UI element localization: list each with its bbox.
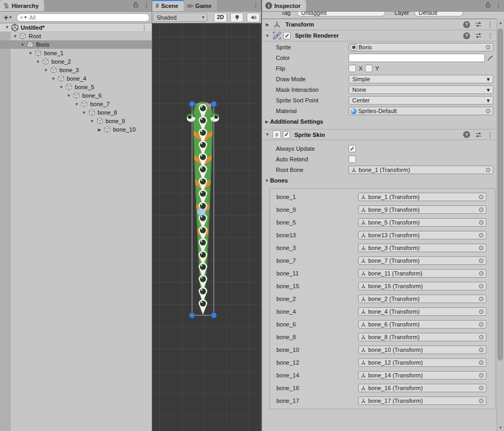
object-picker-icon[interactable]: ⊙	[477, 245, 485, 251]
help-icon[interactable]: ?	[463, 131, 470, 138]
hierarchy-row[interactable]: ▼ Root	[0, 32, 152, 40]
object-picker-icon[interactable]: ⊙	[477, 398, 485, 404]
component-menu-icon[interactable]: ⋮	[487, 132, 493, 138]
object-picker-icon[interactable]: ⊙	[477, 270, 485, 277]
root-bone-object-field[interactable]: bone_1 (Transform) ⊙	[349, 166, 493, 174]
sprite-skin-enabled-checkbox[interactable]: ✓	[283, 131, 290, 139]
sprite-renderer-enabled-checkbox[interactable]: ✓	[283, 32, 291, 39]
bone-object-field[interactable]: bone_12 (Transform) ⊙	[358, 358, 486, 367]
draw-mode-dropdown[interactable]: Simple ▾	[349, 75, 493, 83]
tab-hierarchy[interactable]: Hierarchy	[0, 0, 44, 11]
expand-arrow-icon[interactable]: ▼	[42, 68, 49, 73]
bone-object-field[interactable]: bone_1 (Transform) ⊙	[358, 193, 486, 201]
object-picker-icon[interactable]: ⊙	[477, 283, 485, 289]
always-update-checkbox[interactable]: ✓	[349, 145, 356, 152]
hierarchy-row[interactable]: ▼ bone_4	[0, 74, 152, 83]
bone-object-field[interactable]: bone_6 (Transform) ⊙	[358, 320, 486, 329]
object-picker-icon[interactable]: ⊙	[477, 206, 485, 213]
hierarchy-menu-icon[interactable]: ⋮	[143, 2, 150, 8]
scene-header-row[interactable]: ▼ Untitled* ⋮	[0, 23, 152, 32]
hierarchy-row[interactable]: ▶ bone_10	[0, 125, 152, 134]
bone-object-field[interactable]: bone_5 (Transform) ⊙	[358, 218, 486, 227]
boris-sprite-gizmo[interactable]	[152, 23, 261, 431]
hierarchy-row[interactable]: ▼ bone_7	[0, 100, 152, 108]
hierarchy-search-input[interactable]: ⌕ ▾ All	[16, 13, 150, 22]
bones-foldout[interactable]: ▼ Bones	[262, 175, 497, 186]
object-picker-icon[interactable]: ⊙	[484, 167, 492, 173]
bone-object-field[interactable]: bone_9 (Transform) ⊙	[358, 205, 486, 214]
object-picker-icon[interactable]: ⊙	[477, 219, 485, 226]
bone-object-field[interactable]: bone_10 (Transform) ⊙	[358, 346, 486, 354]
sprite-renderer-component-header[interactable]: ▼ ✓ Sprite Renderer ? ⋮	[262, 30, 497, 41]
foldout-arrow-icon[interactable]: ▶	[264, 22, 271, 27]
tab-game[interactable]: Game	[184, 0, 217, 11]
expand-arrow-icon[interactable]: ▼	[4, 25, 11, 30]
object-picker-icon[interactable]: ⊙	[477, 385, 485, 391]
auto-rebind-checkbox[interactable]	[349, 156, 356, 163]
create-object-button[interactable]: + ▾	[2, 13, 13, 21]
hierarchy-row[interactable]: ▼ bone_3	[0, 66, 152, 74]
foldout-arrow-icon[interactable]: ▼	[264, 33, 271, 38]
hierarchy-row[interactable]: ▼ bone_5	[0, 83, 152, 91]
presets-icon[interactable]	[475, 21, 482, 28]
hierarchy-row[interactable]: ▼ Boris	[0, 40, 152, 49]
scroll-down-icon[interactable]: ▼	[497, 426, 504, 429]
hierarchy-row[interactable]: ▼ bone_1	[0, 49, 152, 57]
shading-mode-dropdown[interactable]: Shaded ▾	[153, 13, 207, 22]
object-picker-icon[interactable]: ⊙	[477, 257, 485, 264]
object-picker-icon[interactable]: ⊙	[477, 372, 485, 378]
object-picker-icon[interactable]: ⊙	[477, 194, 485, 200]
sprite-skin-component-header[interactable]: ▼ # ✓ Sprite Skin ? ⋮	[262, 129, 497, 140]
expand-arrow-icon[interactable]: ▶	[96, 127, 103, 132]
presets-icon[interactable]	[475, 132, 482, 138]
lighting-toggle-button[interactable]	[230, 13, 244, 22]
component-menu-icon[interactable]: ⋮	[487, 21, 493, 28]
scene-menu-icon[interactable]: ⋮	[253, 2, 259, 8]
scene-menu-icon[interactable]: ⋮	[141, 24, 147, 31]
mask-interaction-dropdown[interactable]: None ▾	[349, 85, 493, 94]
scene-viewport[interactable]	[152, 23, 261, 431]
hierarchy-row[interactable]: ▼ bone_9	[0, 117, 152, 125]
bone-object-field[interactable]: bone_15 (Transform) ⊙	[358, 282, 486, 290]
help-icon[interactable]: ?	[463, 21, 470, 28]
object-picker-icon[interactable]: ⊙	[484, 108, 492, 114]
object-picker-icon[interactable]: ⊙	[477, 347, 485, 353]
hierarchy-row[interactable]: ▼ bone_2	[0, 57, 152, 66]
layer-dropdown[interactable]: Default	[414, 12, 463, 16]
hierarchy-row[interactable]: ▼ bone_6	[0, 91, 152, 100]
scroll-up-icon[interactable]: ▲	[497, 21, 504, 24]
flip-y-checkbox[interactable]	[365, 65, 372, 72]
bone-object-field[interactable]: bone_16 (Transform) ⊙	[358, 384, 486, 392]
component-menu-icon[interactable]: ⋮	[487, 32, 493, 39]
lock-icon[interactable]	[485, 2, 491, 8]
transform-component-header[interactable]: ▶ Transform ? ⋮	[262, 19, 497, 30]
bone-object-field[interactable]: bone13 (Transform) ⊙	[358, 231, 486, 239]
expand-arrow-icon[interactable]: ▼	[81, 110, 88, 115]
bone-object-field[interactable]: bone_2 (Transform) ⊙	[358, 295, 486, 303]
object-picker-icon[interactable]: ⊙	[484, 44, 492, 50]
bone-object-field[interactable]: bone_3 (Transform) ⊙	[358, 244, 486, 252]
tab-scene[interactable]: # Scene	[152, 0, 184, 11]
expand-arrow-icon[interactable]: ▼	[89, 119, 95, 124]
bone-object-field[interactable]: bone_4 (Transform) ⊙	[358, 307, 486, 316]
flip-x-checkbox[interactable]	[349, 65, 356, 72]
object-picker-icon[interactable]: ⊙	[477, 296, 485, 302]
bone-object-field[interactable]: bone_17 (Transform) ⊙	[358, 396, 486, 405]
expand-arrow-icon[interactable]: ▼	[50, 76, 57, 81]
presets-icon[interactable]	[475, 32, 482, 39]
inspector-menu-icon[interactable]: ⋮	[496, 2, 502, 8]
expand-arrow-icon[interactable]: ▼	[12, 34, 19, 39]
material-object-field[interactable]: Sprites-Default ⊙	[349, 107, 493, 115]
lock-icon[interactable]	[133, 2, 139, 8]
bone-object-field[interactable]: bone_8 (Transform) ⊙	[358, 333, 486, 341]
additional-settings-foldout[interactable]: ▶ Additional Settings	[262, 116, 497, 127]
object-picker-icon[interactable]: ⊙	[477, 321, 485, 327]
eyedropper-icon[interactable]	[487, 55, 493, 61]
expand-arrow-icon[interactable]: ▼	[27, 51, 34, 56]
bone-object-field[interactable]: bone_14 (Transform) ⊙	[358, 371, 486, 380]
hierarchy-row[interactable]: ▼ bone_8	[0, 108, 152, 117]
sprite-object-field[interactable]: Boris ⊙	[349, 43, 493, 51]
foldout-arrow-icon[interactable]: ▼	[264, 132, 271, 137]
tab-inspector[interactable]: i Inspector	[262, 0, 306, 11]
audio-toggle-button[interactable]	[247, 13, 260, 22]
